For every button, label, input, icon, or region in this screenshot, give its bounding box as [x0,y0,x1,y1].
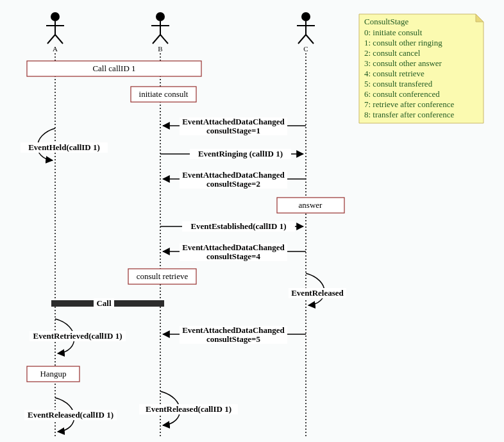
call-box-label: Call callID 1 [92,64,135,73]
svg-text:EventHeld(callID 1): EventHeld(callID 1) [28,142,100,152]
self-released-a: EventReleased(callID 1) [24,398,117,432]
svg-point-0 [51,12,60,21]
msg-ringing: EventRinging (callID 1) [160,149,303,159]
svg-line-10 [160,35,168,44]
note-title: ConsultStage [364,17,409,26]
svg-text:EventReleased(callID 1): EventReleased(callID 1) [28,410,113,420]
answer-box: answer [277,198,344,213]
note-line-3: 3: consult other answer [364,58,442,68]
svg-text:EventAttachedDataChanged: EventAttachedDataChanged [182,117,285,126]
svg-text:consultStage=4: consultStage=4 [206,251,260,261]
svg-text:EventReleased(callID 1): EventReleased(callID 1) [146,404,231,414]
svg-line-16 [306,35,314,44]
sequence-diagram: A B C ConsultStage 0: initiate consult 1… [0,0,504,442]
note-line-0: 0: initiate consult [364,28,423,37]
hangup-box: Hangup [27,366,80,382]
retrieve-box-label: consult retrieve [137,271,189,281]
svg-line-9 [153,35,160,44]
svg-line-4 [55,35,63,44]
svg-text:consultStage=5: consultStage=5 [206,334,260,344]
svg-point-6 [156,12,165,21]
msg-adc-1: EventAttachedDataChanged consultStage=1 [163,117,306,135]
retrieve-box: consult retrieve [128,269,196,284]
note-line-8: 8: transfer after conference [364,110,455,119]
svg-text:consultStage=1: consultStage=1 [206,126,260,135]
svg-text:EventAttachedDataChanged: EventAttachedDataChanged [182,325,285,335]
msg-adc-5: EventAttachedDataChanged consultStage=5 [163,325,306,344]
initiate-box-label: initiate consult [139,89,189,99]
call-box: Call callID 1 [27,61,201,76]
note-line-6: 6: consult conferenced [364,89,440,99]
svg-text:EventRinging (callID 1): EventRinging (callID 1) [198,149,283,158]
svg-text:EventRetrieved(callID 1): EventRetrieved(callID 1) [33,331,122,341]
svg-text:consultStage=2: consultStage=2 [206,179,260,189]
svg-point-12 [301,12,310,21]
consultstage-note: ConsultStage 0: initiate consult 1: cons… [359,14,483,123]
self-released-c: EventReleased [289,273,346,305]
note-line-5: 5: consult transfered [364,79,433,89]
self-held: EventHeld(callID 1) [21,128,108,160]
svg-text:EventAttachedDataChanged: EventAttachedDataChanged [182,242,285,252]
svg-text:Call: Call [96,298,112,308]
svg-text:EventReleased: EventReleased [291,288,344,298]
actor-c-label: C [303,45,308,53]
call-bar: Call [51,298,164,309]
self-released-b: EventReleased(callID 1) [139,391,238,425]
self-retrieved: EventRetrieved(callID 1) [29,319,126,353]
note-line-2: 2: consult cancel [364,48,421,58]
msg-adc-2: EventAttachedDataChanged consultStage=2 [163,170,306,189]
note-line-1: 1: consult other ringing [364,38,442,47]
actor-b-label: B [158,45,162,53]
msg-adc-4: EventAttachedDataChanged consultStage=4 [163,242,306,261]
svg-line-15 [298,35,306,44]
svg-line-3 [47,35,55,44]
hangup-box-label: Hangup [40,369,66,378]
note-line-7: 7: retrieve after conference [364,99,455,109]
svg-text:EventEstablished(callID 1): EventEstablished(callID 1) [190,221,286,231]
answer-box-label: answer [299,200,323,210]
note-line-4: 4: consult retrieve [364,69,424,78]
actor-c: C [297,12,315,436]
svg-text:EventAttachedDataChanged: EventAttachedDataChanged [182,170,285,180]
actor-a-label: A [53,45,58,53]
msg-established: EventEstablished(callID 1) [160,221,303,232]
initiate-box: initiate consult [131,87,196,102]
